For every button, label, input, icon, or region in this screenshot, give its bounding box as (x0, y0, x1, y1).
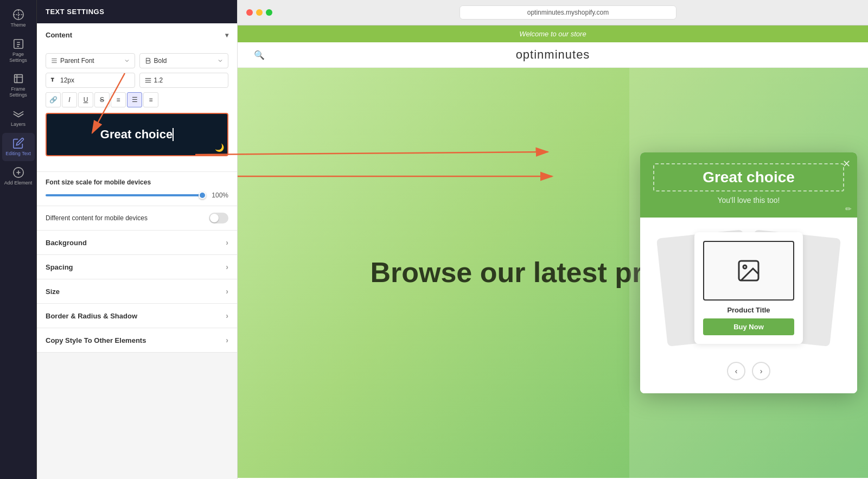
sidebar: Theme Page Settings Frame Settings Layer… (0, 0, 37, 479)
copy-style-section-header[interactable]: Copy Style To Other Elements › (37, 328, 237, 353)
url-text: optinminutes.myshopify.com (527, 9, 609, 16)
content-label: Content (46, 31, 72, 39)
sidebar-label-frame: Frame Settings (4, 86, 33, 98)
font-size-value: 12px (60, 76, 74, 84)
copy-style-label: Copy Style To Other Elements (46, 336, 146, 344)
format-align-center-btn[interactable]: ☰ (127, 92, 142, 107)
sidebar-label-add: Add Element (4, 180, 33, 186)
border-label: Border & Radius & Shadow (46, 312, 137, 320)
page-content: Welcome to our store 🔍 optinminutes Brow… (238, 25, 868, 479)
spacing-section-header[interactable]: Spacing › (37, 255, 237, 279)
modal-subtitle: You'll love this too! (653, 194, 844, 205)
content-chevron: ▾ (225, 31, 228, 39)
size-row: T 12px 1.2 (46, 73, 228, 88)
format-toolbar: 🔗 I U S ≡ ☰ ≡ (46, 92, 228, 107)
sidebar-item-frame[interactable]: Frame Settings (2, 68, 35, 103)
format-align-right-btn[interactable]: ≡ (143, 92, 158, 107)
size-section-header[interactable]: Size › (37, 279, 237, 304)
text-cursor (173, 128, 174, 141)
font-weight-select[interactable]: Bold (139, 53, 229, 68)
format-italic-btn[interactable]: I (62, 92, 77, 107)
sidebar-label-layers: Layers (11, 122, 25, 127)
content-section-header[interactable]: Content ▾ (37, 23, 237, 47)
nav-search-icon[interactable]: 🔍 (254, 50, 265, 60)
slider-thumb[interactable] (199, 191, 206, 199)
format-strikethrough-btn[interactable]: S (94, 92, 110, 107)
sidebar-item-editing-text[interactable]: Editing Text (2, 133, 35, 161)
sidebar-label-theme: Theme (10, 22, 25, 28)
sidebar-item-add-element[interactable]: Add Element (2, 162, 35, 190)
font-size-field[interactable]: T 12px (46, 73, 135, 88)
sidebar-item-layers[interactable]: Layers (2, 104, 35, 132)
page-body: Browse our latest products ✕ Great choic… (238, 68, 868, 478)
store-banner: Welcome to our store (238, 25, 868, 42)
address-bar[interactable]: optinminutes.myshopify.com (459, 5, 676, 20)
mobile-scale-slider[interactable] (46, 194, 206, 196)
store-logo: optinminutes (516, 48, 590, 62)
modal-title: Great choice (661, 169, 837, 186)
modal-close-btn[interactable]: ✕ (843, 158, 851, 170)
traffic-light-green[interactable] (266, 9, 272, 16)
mobile-content-label: Different content for mobile devices (46, 214, 148, 222)
sidebar-item-theme[interactable]: Theme (2, 4, 35, 33)
carousel-next-btn[interactable]: › (752, 362, 770, 380)
format-align-left-btn[interactable]: ≡ (111, 92, 126, 107)
product-image-placeholder (703, 241, 794, 301)
background-chevron: › (226, 238, 228, 247)
mobile-scale-label: Font size scale for mobile devices (46, 178, 228, 186)
carousel-controls: ‹ › (651, 356, 846, 382)
border-chevron: › (226, 311, 228, 320)
traffic-lights (246, 9, 272, 16)
line-height-field[interactable]: 1.2 (139, 73, 229, 88)
spacing-label: Spacing (46, 263, 73, 271)
background-label: Background (46, 239, 87, 247)
font-family-select[interactable]: Parent Font (46, 53, 135, 68)
browser-chrome: optinminutes.myshopify.com (238, 0, 868, 25)
mobile-content-toggle[interactable] (209, 213, 228, 223)
text-preview-box[interactable]: Great choice 🌙 (46, 113, 228, 156)
format-link-btn[interactable]: 🔗 (46, 92, 61, 107)
panel-title: TEXT SETTINGS (46, 8, 104, 16)
text-preview-content: Great choice (100, 127, 174, 142)
product-title: Product Title (703, 306, 794, 314)
font-weight-value: Bold (154, 57, 167, 65)
sidebar-item-page[interactable]: Page Settings (2, 34, 35, 68)
background-section-header[interactable]: Background › (37, 231, 237, 255)
copy-style-chevron: › (226, 336, 228, 344)
store-nav: 🔍 optinminutes (238, 42, 868, 68)
product-card-wrapper: Product Title Buy Now (651, 228, 846, 348)
slider-fill (46, 194, 206, 196)
modal-edit-icon[interactable]: ✏ (845, 205, 852, 213)
size-label: Size (46, 288, 60, 296)
content-section: Content ▾ Parent Font Bold (37, 23, 237, 172)
font-family-value: Parent Font (60, 57, 94, 65)
mobile-scale-section: Font size scale for mobile devices 100% (37, 172, 237, 206)
product-card-main: Product Title Buy Now (694, 232, 803, 344)
banner-text: Welcome to our store (519, 30, 586, 38)
font-row: Parent Font Bold (46, 53, 228, 68)
svg-point-6 (743, 265, 746, 269)
line-height-value: 1.2 (154, 76, 163, 84)
border-section-header[interactable]: Border & Radius & Shadow › (37, 304, 237, 328)
toggle-knob (210, 214, 219, 222)
sidebar-label-editing-text: Editing Text (5, 151, 30, 157)
svg-text:T: T (51, 78, 54, 82)
carousel-prev-btn[interactable]: ‹ (727, 362, 745, 380)
modal-body: Product Title Buy Now ‹ › (640, 218, 857, 393)
settings-panel: TEXT SETTINGS Content ▾ Parent Font (37, 0, 238, 479)
traffic-light-yellow[interactable] (256, 9, 263, 16)
buy-now-btn[interactable]: Buy Now (703, 318, 794, 335)
panel-header: TEXT SETTINGS (37, 0, 237, 23)
traffic-light-red[interactable] (246, 9, 253, 16)
content-area: Parent Font Bold T 12px (37, 47, 237, 171)
svg-rect-2 (14, 75, 22, 83)
modal-card: ✕ Great choice You'll love this too! ✏ (640, 152, 857, 393)
mobile-scale-value: 100% (212, 191, 228, 199)
text-preview-text: Great choice (100, 127, 173, 142)
format-underline-btn[interactable]: U (78, 92, 93, 107)
svg-rect-1 (14, 40, 23, 49)
modal-header: ✕ Great choice You'll love this too! ✏ (640, 152, 857, 218)
text-preview-moon-icon: 🌙 (215, 143, 224, 152)
modal-overlay: ✕ Great choice You'll love this too! ✏ (629, 68, 868, 478)
modal-title-container: Great choice (653, 163, 844, 191)
